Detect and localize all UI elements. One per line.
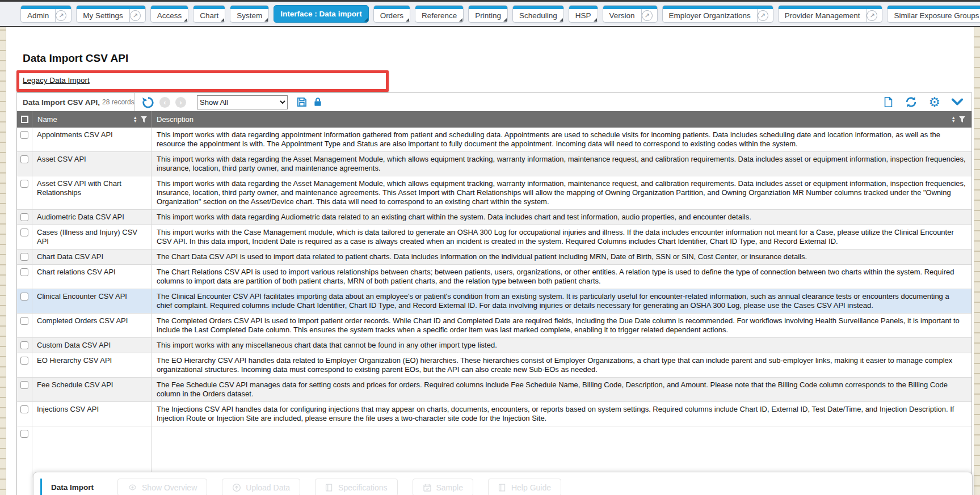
- upload-data-button[interactable]: Upload Data: [222, 479, 300, 495]
- submenu-corner-icon: [264, 18, 268, 22]
- sort-icon[interactable]: ▲▼: [952, 116, 956, 122]
- submenu-corner-icon: [503, 18, 507, 22]
- table-row[interactable]: Completed Orders CSV API The Completed O…: [17, 314, 971, 338]
- row-checkbox[interactable]: [20, 317, 28, 325]
- row-name: Chart relations CSV API: [32, 265, 151, 289]
- sort-icon[interactable]: ▲▼: [133, 116, 137, 122]
- row-checkbox[interactable]: [20, 341, 28, 349]
- lock-icon[interactable]: [313, 96, 323, 108]
- submenu-corner-icon: [184, 18, 187, 22]
- open-external-icon[interactable]: ↗: [56, 6, 71, 22]
- collapse-chevron-icon[interactable]: [951, 98, 964, 107]
- row-name: Chart Data CSV API: [32, 249, 151, 264]
- settings-gear-icon[interactable]: ⚙: [928, 96, 940, 108]
- table-row[interactable]: Audiometric Data CSV API This import wor…: [17, 210, 971, 225]
- table-row[interactable]: Custom Data CSV API This import works wi…: [17, 338, 971, 353]
- row-description: The Chart Relations CSV API is used to i…: [151, 265, 971, 289]
- row-name: Asset CSV API with Chart Relationships: [32, 176, 151, 209]
- tab-admin[interactable]: Admin ↗: [20, 5, 71, 23]
- table-row[interactable]: Asset CSV API This import works with dat…: [17, 152, 971, 176]
- book-icon: [325, 483, 334, 492]
- row-description: The Chart Data CSV API is used to import…: [151, 249, 971, 264]
- row-name: EO Hierarchy CSV API: [32, 353, 151, 377]
- sample-button[interactable]: Sample: [413, 479, 473, 495]
- tab-data-import[interactable]: Data Import: [40, 479, 103, 495]
- row-description: This import works with the Case Manageme…: [151, 225, 971, 249]
- view-filter-select[interactable]: Show All: [197, 95, 288, 109]
- help-guide-button[interactable]: Help Guide: [488, 479, 561, 495]
- tab-access[interactable]: Access: [150, 5, 189, 23]
- column-header-description[interactable]: Description: [157, 115, 952, 124]
- select-all-checkbox[interactable]: [21, 116, 28, 123]
- table-row[interactable]: Fee Schedule CSV API The Fee Schedule CS…: [17, 378, 971, 402]
- column-header-name[interactable]: Name: [37, 115, 133, 124]
- table-header: Name ▲▼ Description ▲▼: [17, 111, 971, 128]
- table-row-highlighted[interactable]: Clinical Encounter CSV API The Clinical …: [17, 289, 971, 314]
- tab-version[interactable]: Version ↗: [603, 5, 658, 23]
- table-row[interactable]: Chart Data CSV API The Chart Data CSV AP…: [17, 249, 971, 265]
- refresh-icon[interactable]: [905, 96, 918, 108]
- table-row-partial[interactable]: [17, 426, 971, 477]
- table-row[interactable]: Chart relations CSV API The Chart Relati…: [17, 265, 971, 289]
- tab-provider-management[interactable]: Provider Management ↗: [778, 5, 883, 23]
- tab-employer-organizations[interactable]: Employer Organizations ↗: [662, 5, 773, 23]
- row-checkbox[interactable]: [20, 131, 28, 139]
- table-row[interactable]: Injections CSV API The Injections CSV AP…: [17, 402, 971, 426]
- book-icon: [498, 483, 507, 492]
- table-row[interactable]: EO Hierarchy CSV API The EO Hierarchy CS…: [17, 353, 971, 378]
- legacy-data-import-link[interactable]: Legacy Data Import: [23, 76, 90, 84]
- row-checkbox[interactable]: [20, 430, 28, 438]
- show-overview-button[interactable]: Show Overview: [117, 479, 207, 495]
- row-description: This import works with data regarding ap…: [151, 128, 971, 151]
- row-name: Clinical Encounter CSV API: [32, 289, 151, 313]
- open-external-icon[interactable]: ↗: [758, 6, 773, 22]
- tab-scheduling[interactable]: Scheduling: [512, 5, 564, 23]
- row-checkbox[interactable]: [20, 381, 28, 389]
- row-checkbox[interactable]: [20, 155, 28, 163]
- row-checkbox[interactable]: [20, 405, 28, 413]
- tab-my-settings[interactable]: My Settings ↗: [76, 5, 146, 23]
- tab-interface-data-import[interactable]: Interface : Data import: [274, 5, 368, 23]
- row-name: Custom Data CSV API: [32, 338, 151, 353]
- row-checkbox[interactable]: [20, 268, 28, 276]
- table-row[interactable]: Cases (Illness and Injury) CSV API This …: [17, 225, 971, 249]
- open-external-icon[interactable]: ↗: [130, 6, 145, 22]
- row-description: This import works with any miscellaneous…: [151, 338, 971, 353]
- upload-icon: [232, 483, 241, 492]
- tab-hsp[interactable]: HSP: [569, 5, 598, 23]
- row-description: This import works with data regarding th…: [151, 152, 971, 176]
- filter-funnel-icon[interactable]: [958, 116, 966, 123]
- tab-system[interactable]: System: [230, 5, 269, 23]
- tab-printing[interactable]: Printing: [468, 5, 508, 23]
- tab-similar-exposure-groups[interactable]: Similar Exposure Groups (SEGs) ↗: [887, 5, 980, 23]
- open-external-icon[interactable]: ↗: [867, 6, 882, 22]
- row-checkbox[interactable]: [20, 229, 28, 236]
- record-count: 28 records: [102, 98, 134, 106]
- save-icon[interactable]: [296, 96, 308, 108]
- back-icon[interactable]: ‹: [159, 97, 170, 108]
- filter-funnel-icon[interactable]: [140, 116, 148, 123]
- left-edge-strip: [0, 0, 6, 495]
- record-detail-panel: Data Import Show Overview Upload Data Sp…: [33, 472, 973, 495]
- row-checkbox[interactable]: [20, 213, 28, 221]
- grid-toolbar: Data Import CSV API, 28 records ‹ › Show…: [16, 92, 972, 112]
- specifications-button[interactable]: Specifications: [315, 479, 397, 495]
- row-checkbox[interactable]: [20, 180, 28, 188]
- row-name: Audiometric Data CSV API: [32, 210, 151, 225]
- row-checkbox[interactable]: [20, 357, 28, 365]
- tab-orders[interactable]: Orders: [373, 5, 410, 23]
- row-checkbox[interactable]: [20, 253, 28, 261]
- row-checkbox[interactable]: [20, 293, 28, 301]
- main-content: Data Import CSV API Legacy Data Import D…: [6, 27, 974, 495]
- new-record-icon[interactable]: [883, 96, 894, 108]
- row-description: The Clinical Encounter CSV API facilitat…: [151, 289, 971, 313]
- submenu-corner-icon: [406, 18, 409, 22]
- table-row[interactable]: Asset CSV API with Chart Relationships T…: [17, 176, 971, 210]
- open-external-icon[interactable]: ↗: [642, 6, 657, 22]
- forward-icon[interactable]: ›: [175, 97, 186, 108]
- undo-icon[interactable]: [142, 96, 154, 108]
- submenu-corner-icon: [364, 18, 368, 22]
- table-row[interactable]: Appointments CSV API This import works w…: [17, 128, 971, 152]
- tab-reference[interactable]: Reference: [415, 5, 464, 23]
- tab-chart[interactable]: Chart: [193, 5, 225, 23]
